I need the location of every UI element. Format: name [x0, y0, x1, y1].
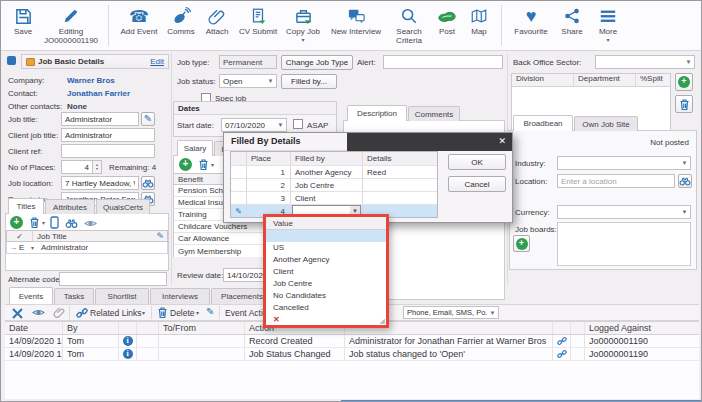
event-filter-select[interactable]: Phone, Email, SMS, Po...▼: [403, 306, 499, 319]
details-column[interactable]: Details: [363, 154, 437, 163]
chevron-down-icon[interactable]: ▾: [42, 219, 45, 226]
add-benefit-button[interactable]: +: [179, 158, 192, 171]
clear-icon[interactable]: ✕: [273, 314, 280, 325]
tab-events[interactable]: Events: [9, 287, 53, 304]
save-button[interactable]: Save: [6, 1, 40, 50]
device-button[interactable]: [50, 216, 59, 231]
edit-event-button[interactable]: ✎: [206, 307, 214, 317]
event-row[interactable]: 14/09/2020 15:06 Tom i Job Status Change…: [5, 348, 699, 361]
delete-division-button[interactable]: [675, 95, 693, 113]
filled-by-row[interactable]: 2 Job Centre: [231, 178, 437, 191]
dropdown-option[interactable]: Job Centre: [266, 278, 386, 290]
to-from-column[interactable]: To/From: [159, 322, 245, 334]
split-column[interactable]: %Split: [636, 74, 670, 86]
pencil-icon[interactable]: ✎: [156, 231, 167, 241]
chevron-down-icon[interactable]: ▾: [31, 244, 39, 251]
edit-job-title-button[interactable]: ✎: [141, 112, 155, 126]
add-title-button[interactable]: +: [10, 216, 23, 229]
related-links-button[interactable]: Related Links: [90, 308, 142, 318]
comms-button[interactable]: Comms: [163, 1, 199, 50]
close-icon[interactable]: ✕: [498, 136, 506, 146]
add-event-button[interactable]: ☎ Add Event: [115, 1, 163, 50]
date-column[interactable]: Date: [5, 322, 63, 334]
place-column[interactable]: Place: [247, 152, 291, 165]
tab-interviews[interactable]: Interviews: [150, 288, 210, 304]
tab-comments[interactable]: Comments: [408, 106, 460, 121]
tab-shortlist[interactable]: Shortlist: [95, 288, 149, 304]
view-button[interactable]: [84, 219, 97, 230]
job-title-input[interactable]: [61, 112, 139, 126]
location-input[interactable]: [557, 174, 675, 188]
dropdown-option[interactable]: Cancelled: [266, 302, 386, 314]
link-icon[interactable]: [557, 336, 567, 346]
alternate-code-input[interactable]: [59, 272, 167, 286]
asap-checkbox[interactable]: [293, 119, 303, 129]
filled-by-row[interactable]: 1 Another Agency Reed: [231, 165, 437, 178]
industry-select[interactable]: ▼: [557, 156, 691, 170]
no-of-places-stepper[interactable]: [61, 160, 93, 174]
location-search-button[interactable]: [678, 174, 692, 188]
tab-description[interactable]: Description: [347, 105, 407, 121]
stepper-buttons[interactable]: ▴▾: [93, 160, 102, 174]
copy-job-button[interactable]: Copy Job ▾: [281, 1, 325, 50]
tab-qualscerts[interactable]: QualsCerts: [96, 199, 150, 214]
delete-title-button[interactable]: [29, 216, 40, 231]
job-title-column[interactable]: Job Title: [33, 232, 156, 241]
title-row[interactable]: → E ▾ Administrator: [6, 242, 168, 254]
location-search-button[interactable]: [141, 176, 155, 190]
event-row[interactable]: 14/09/2020 15:06 Tom i Record Created Ad…: [5, 335, 699, 348]
editing-button[interactable]: Editing JO0000001190: [40, 1, 102, 50]
filled-by-button[interactable]: Filled by...: [281, 74, 337, 89]
dropdown-option[interactable]: No Candidates: [266, 290, 386, 302]
resize-grip[interactable]: ◢: [380, 317, 385, 325]
job-boards-list[interactable]: [557, 222, 691, 266]
tab-own-job-site[interactable]: Own Job Site: [574, 116, 638, 131]
add-division-button[interactable]: +: [675, 73, 693, 91]
by-column[interactable]: By: [63, 322, 119, 334]
splitter[interactable]: [171, 53, 172, 285]
ok-button[interactable]: OK: [448, 154, 506, 170]
company-value[interactable]: Warner Bros: [67, 76, 115, 85]
tab-tasks[interactable]: Tasks: [54, 288, 94, 304]
client-ref-input[interactable]: [61, 144, 155, 158]
share-button[interactable]: Share: [554, 1, 590, 50]
attachment-button[interactable]: [53, 306, 65, 321]
preview-button[interactable]: [32, 308, 45, 319]
tab-attributes[interactable]: Attributes: [45, 199, 95, 214]
info-icon[interactable]: i: [123, 336, 133, 346]
more-button[interactable]: More ▾: [590, 1, 626, 50]
link-icon[interactable]: [557, 349, 567, 359]
contact-value[interactable]: Jonathan Farrier: [67, 89, 130, 98]
currency-select[interactable]: ▼: [557, 205, 691, 219]
delete-button[interactable]: Delete: [170, 308, 195, 318]
client-job-title-input[interactable]: [61, 128, 155, 142]
tab-broadbean[interactable]: Broadbean: [513, 115, 573, 131]
filled-by-column[interactable]: Filled by: [291, 152, 363, 165]
search-criteria-button[interactable]: Search Criteria: [387, 1, 431, 50]
dialog-titlebar[interactable]: Filled By Details ✕: [224, 133, 512, 151]
dropdown-option[interactable]: Another Agency: [266, 254, 386, 266]
job-status-select[interactable]: Open▼: [219, 74, 277, 88]
tab-titles[interactable]: Titles: [8, 198, 44, 214]
benefit-column[interactable]: Benefit: [174, 175, 203, 184]
map-button[interactable]: Map: [463, 1, 495, 50]
cv-submit-button[interactable]: CV Submit: [235, 1, 281, 50]
link-column[interactable]: [553, 322, 571, 334]
job-location-input[interactable]: [61, 176, 139, 190]
flag-column[interactable]: [137, 322, 159, 334]
info-column[interactable]: [119, 322, 137, 334]
tab-salary[interactable]: Salary: [177, 140, 213, 156]
expand-button[interactable]: [11, 307, 24, 322]
dropdown-option[interactable]: US: [266, 242, 386, 254]
post-button[interactable]: Post: [431, 1, 463, 50]
division-column[interactable]: Division: [512, 74, 574, 86]
chevron-down-icon[interactable]: ▾: [211, 161, 214, 168]
attach-button[interactable]: Attach: [199, 1, 235, 50]
alert-input[interactable]: [383, 55, 503, 69]
department-column[interactable]: Department: [574, 74, 636, 86]
filled-by-row[interactable]: 3 Client: [231, 191, 437, 204]
add-job-board-button[interactable]: +: [513, 235, 530, 252]
search-titles-button[interactable]: [65, 218, 78, 230]
favourite-button[interactable]: ♥ Favourite: [508, 1, 554, 50]
dropdown-option-blank[interactable]: [266, 230, 386, 242]
